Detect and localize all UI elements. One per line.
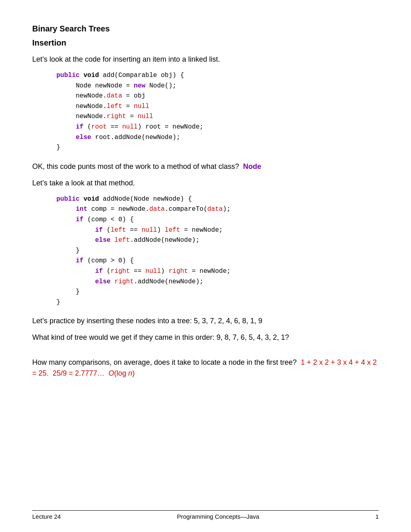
kind-of-tree: What kind of tree would we get if they c… xyxy=(32,332,379,343)
code-line: if (comp < 0) { xyxy=(56,215,379,225)
code-line: public void addNode(Node newNode) { xyxy=(56,194,379,205)
footer: Lecture 24 Programming Concepts—Java 1 xyxy=(32,510,379,520)
comparisons-pre: How many comparisons, on average, does i… xyxy=(32,358,301,366)
code-line: } xyxy=(56,246,379,256)
intro-paragraph: Let’s look at the code for inserting an … xyxy=(32,54,379,65)
comparisons: How many comparisons, on average, does i… xyxy=(32,357,379,379)
code-block-1: public void add(Comparable obj) { Node n… xyxy=(56,71,379,153)
question-1-answer: Node xyxy=(243,162,261,170)
code-line: else right.addNode(newNode); xyxy=(56,277,379,287)
code-line: if (comp > 0) { xyxy=(56,256,379,266)
code-line: else left.addNode(newNode); xyxy=(56,235,379,246)
code-line: int comp = newNode.data.compareTo(data); xyxy=(56,204,379,215)
footer-center: Programming Concepts—Java xyxy=(177,513,259,520)
code-line: } xyxy=(56,287,379,297)
follow-up: Let’s take a look at that method. xyxy=(32,178,379,189)
code-line: newNode.right = null xyxy=(56,112,379,122)
code-line: if (right == null) right = newNode; xyxy=(56,266,379,277)
code-line: public void add(Comparable obj) { xyxy=(56,71,379,81)
question-1-pre: OK, this code punts most of the work to … xyxy=(32,162,243,170)
practice-text: Let’s practice by inserting these nodes … xyxy=(32,316,379,326)
code-line: } xyxy=(56,297,379,308)
code-line: else root.addNode(newNode); xyxy=(56,133,379,143)
code-block-2: public void addNode(Node newNode) { int … xyxy=(56,194,379,308)
code-line: newNode.left = null xyxy=(56,102,379,112)
question-1: OK, this code punts most of the work to … xyxy=(32,161,379,172)
code-line: Node newNode = new Node(); xyxy=(56,81,379,91)
footer-right: 1 xyxy=(376,513,379,520)
section-title: Insertion xyxy=(32,38,379,48)
code-line: if (left == null) left = newNode; xyxy=(56,225,379,236)
page-title: Binary Search Trees xyxy=(32,24,379,33)
code-line: } xyxy=(56,143,379,153)
code-line: newNode.data = obj xyxy=(56,91,379,102)
footer-left: Lecture 24 xyxy=(32,513,61,520)
code-line: if (root == null) root = newNode; xyxy=(56,122,379,133)
